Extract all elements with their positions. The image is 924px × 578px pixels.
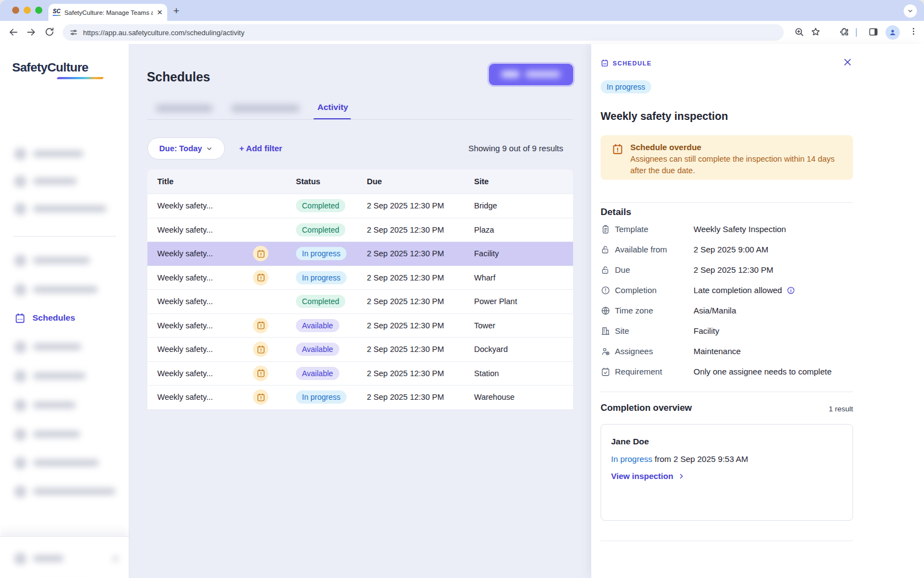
detail-value: Maintenance (694, 346, 741, 356)
reload-icon[interactable] (44, 26, 55, 37)
side-panel-icon[interactable] (868, 26, 879, 37)
lock-open-icon (601, 265, 615, 275)
detail-row: Assignees Maintenance (601, 341, 853, 361)
row-due: 2 Sep 2025 12:30 PM (367, 225, 474, 234)
overdue-calendar-icon (253, 246, 268, 261)
person-add-icon (601, 346, 615, 356)
row-due: 2 Sep 2025 12:30 PM (367, 297, 474, 306)
panel-divider (601, 541, 853, 541)
browser-window: SC SafetyCulture: Manage Teams and... ✕ … (0, 0, 924, 578)
sidebar-item-redacted[interactable] (0, 452, 129, 474)
toolbar-separator (856, 28, 857, 37)
sidebar: SafetyCulture (0, 44, 129, 578)
sidebar-item-redacted[interactable] (0, 548, 129, 570)
tab-redacted[interactable] (231, 104, 300, 112)
table-row[interactable]: Weekly safety... Available 2 Sep 2025 12… (147, 337, 573, 361)
sidebar-item-redacted[interactable] (0, 279, 129, 301)
zoom-page-icon[interactable] (794, 26, 805, 37)
building-icon (601, 326, 615, 336)
detail-value: Late completion allowed (694, 285, 782, 295)
tab-redacted[interactable] (156, 104, 213, 112)
alert-title: Schedule overdue (630, 142, 844, 152)
sidebar-item-schedules[interactable]: Schedules (0, 307, 129, 329)
info-icon[interactable] (787, 286, 795, 295)
extensions-icon[interactable] (839, 26, 850, 37)
chevron-right-icon (678, 472, 685, 480)
row-due: 2 Sep 2025 12:30 PM (367, 273, 474, 282)
site-settings-icon[interactable] (69, 28, 78, 37)
safetyculture-favicon: SC (53, 9, 61, 16)
status-badge: Completed (296, 295, 345, 308)
add-filter-button[interactable]: + Add filter (239, 144, 282, 153)
detail-row: Template Weekly Safety Inspection (601, 219, 853, 239)
table-row[interactable]: Weekly safety... Completed 2 Sep 2025 12… (147, 194, 573, 218)
table-row[interactable]: Weekly safety... Available 2 Sep 2025 12… (147, 361, 573, 386)
sidebar-item-redacted[interactable] (0, 198, 129, 220)
table-row[interactable]: Weekly safety... In progress 2 Sep 2025 … (147, 266, 573, 290)
back-icon[interactable] (8, 26, 19, 38)
table-row[interactable]: Weekly safety... In progress 2 Sep 2025 … (147, 241, 573, 266)
results-summary: Showing 9 out of 9 results (468, 144, 563, 153)
minimize-window-button[interactable] (24, 7, 31, 14)
table-row[interactable]: Weekly safety... Completed 2 Sep 2025 12… (147, 218, 573, 242)
row-title: Weekly safety... (157, 369, 213, 378)
assignee-name: Jane Doe (611, 437, 843, 447)
overdue-calendar-icon (253, 270, 268, 285)
alert-body: Assignees can still complete the inspect… (630, 153, 844, 176)
browser-menu-icon[interactable] (909, 26, 919, 36)
address-bar[interactable]: https://app.au.safetyculture.com/schedul… (63, 24, 784, 41)
row-site: Plaza (474, 225, 573, 234)
sidebar-item-redacted[interactable] (0, 481, 129, 503)
detail-label: Due (615, 265, 694, 274)
close-icon[interactable] (842, 57, 853, 68)
table-row[interactable]: Weekly safety... Completed 2 Sep 2025 12… (147, 289, 573, 313)
sidebar-item-redacted[interactable] (0, 336, 129, 358)
row-due: 2 Sep 2025 12:30 PM (367, 345, 474, 354)
sidebar-item-redacted[interactable] (0, 365, 129, 387)
due-filter-dropdown[interactable]: Due: Today (147, 137, 225, 159)
nav-icon (14, 428, 26, 441)
safetyculture-logo: SafetyCulture (12, 60, 88, 75)
sidebar-item-redacted[interactable] (0, 423, 129, 445)
sidebar-item-redacted[interactable] (0, 170, 129, 192)
forward-icon[interactable] (25, 26, 37, 38)
create-schedule-button[interactable] (489, 64, 573, 85)
detail-label: Time zone (615, 306, 694, 315)
sidebar-item-redacted[interactable] (0, 250, 129, 272)
status-badge: In progress (296, 390, 346, 404)
table-row[interactable]: Weekly safety... In progress 2 Sep 2025 … (147, 385, 573, 409)
chevron-down-icon[interactable] (904, 4, 917, 18)
sidebar-item-redacted[interactable] (0, 143, 129, 165)
view-inspection-link[interactable]: View inspection (611, 471, 843, 481)
row-site: Bridge (474, 201, 573, 210)
close-window-button[interactable] (12, 7, 19, 14)
new-tab-button[interactable]: + (173, 5, 179, 17)
bookmark-star-icon[interactable] (810, 26, 821, 37)
schedules-table: Title Status Due Site Weekly safety... C… (147, 169, 573, 409)
detail-row: Completion Late completion allowed (601, 280, 853, 300)
zoom-window-button[interactable] (35, 7, 42, 14)
panel-divider (601, 392, 853, 392)
tab-close-icon[interactable]: ✕ (157, 8, 163, 16)
row-site: Dockyard (474, 345, 573, 354)
chevron-down-icon (206, 145, 213, 152)
url-text: https://app.au.safetyculture.com/schedul… (83, 29, 244, 37)
tabs-bottom-border (147, 119, 573, 120)
sidebar-item-redacted[interactable] (0, 394, 129, 416)
detail-value: Only one assignee needs to complete (694, 367, 832, 376)
browser-tab[interactable]: SC SafetyCulture: Manage Teams and... ✕ (48, 4, 167, 21)
sidebar-divider (13, 236, 116, 236)
completion-overview-heading: Completion overview (601, 403, 692, 413)
table-row[interactable]: Weekly safety... Available 2 Sep 2025 12… (147, 313, 573, 338)
completion-card: Jane Doe In progress from 2 Sep 2025 9:5… (601, 424, 853, 521)
status-badge: Available (296, 367, 339, 380)
tab-activity[interactable]: Activity (317, 102, 348, 112)
detail-label: Template (615, 224, 694, 234)
row-site: Power Plant (474, 297, 573, 306)
row-site: Tower (474, 321, 573, 330)
nav-icon (14, 148, 26, 160)
row-due: 2 Sep 2025 12:30 PM (367, 369, 474, 378)
nav-icon (14, 255, 26, 267)
row-site: Wharf (474, 273, 573, 282)
profile-avatar[interactable] (886, 25, 900, 40)
